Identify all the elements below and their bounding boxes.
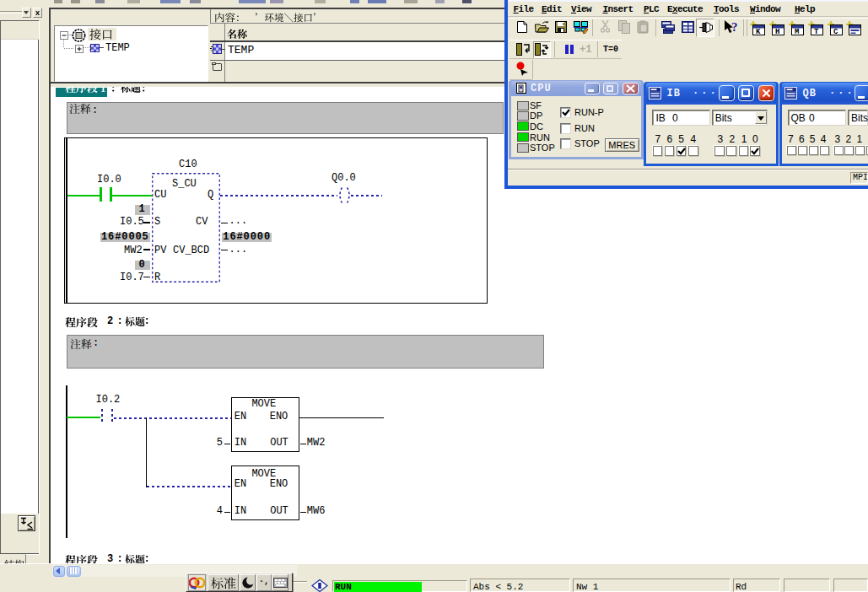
svg-text:K: K [756, 28, 761, 35]
svg-text:?: ? [731, 20, 738, 34]
svg-text:C: C [833, 28, 838, 35]
svg-text:M: M [795, 28, 799, 35]
svg-text:H: H [775, 28, 779, 35]
svg-text:T: T [814, 28, 819, 35]
